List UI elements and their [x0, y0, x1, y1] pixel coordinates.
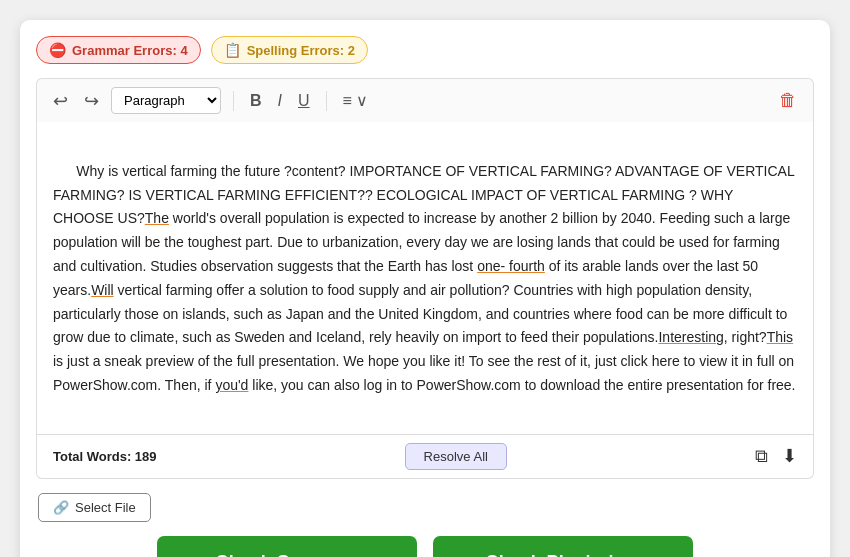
separator-2 — [326, 91, 327, 111]
spelling-badge-label: Spelling Errors: 2 — [247, 43, 355, 58]
select-file-area: 🔗 Select File — [36, 479, 814, 522]
grammar-badge-label: Grammar Errors: 4 — [72, 43, 188, 58]
error-badges: ⛔ Grammar Errors: 4 📋 Spelling Errors: 2 — [36, 36, 814, 64]
undo-button[interactable]: ↩ — [49, 88, 72, 114]
spelling-icon: 📋 — [224, 42, 241, 58]
content-middle3: , right? — [724, 329, 767, 345]
paragraph-select[interactable]: Paragraph — [111, 87, 221, 114]
separator-1 — [233, 91, 234, 111]
select-file-button[interactable]: 🔗 Select File — [38, 493, 151, 522]
grammar-badge[interactable]: ⛔ Grammar Errors: 4 — [36, 36, 201, 64]
content-end2: like, you can also log in to PowerShow.c… — [248, 377, 795, 393]
italic-button[interactable]: I — [274, 90, 286, 112]
the-word: The — [145, 210, 169, 226]
check-grammar-button[interactable]: Check Grammar — [157, 536, 417, 557]
resolve-all-button[interactable]: Resolve All — [405, 443, 507, 470]
interesting-word: Interesting — [658, 329, 723, 345]
bold-button[interactable]: B — [246, 90, 266, 112]
footer-icons: ⧉ ⬇ — [755, 445, 797, 467]
download-button[interactable]: ⬇ — [782, 445, 797, 467]
trash-button[interactable]: 🗑 — [775, 88, 801, 113]
redo-button[interactable]: ↪ — [80, 88, 103, 114]
check-plagiarism-button[interactable]: Check Plagiarism — [433, 536, 693, 557]
spelling-badge[interactable]: 📋 Spelling Errors: 2 — [211, 36, 368, 64]
this-word: This — [767, 329, 793, 345]
word-count: Total Words: 189 — [53, 449, 157, 464]
editor-area[interactable]: Why is vertical farming the future ?cont… — [36, 122, 814, 435]
one-fourth-word: one- fourth — [477, 258, 545, 274]
select-file-label: Select File — [75, 500, 136, 515]
download-icon: ⬇ — [782, 446, 797, 466]
editor-footer: Total Words: 189 Resolve All ⧉ ⬇ — [36, 435, 814, 479]
copy-button[interactable]: ⧉ — [755, 446, 768, 467]
underline-button[interactable]: U — [294, 90, 314, 112]
editor-text: Why is vertical farming the future ?cont… — [53, 136, 797, 422]
copy-icon: ⧉ — [755, 446, 768, 466]
link-icon: 🔗 — [53, 500, 69, 515]
action-buttons: Check Grammar Check Plagiarism — [36, 536, 814, 557]
youd-word: you'd — [215, 377, 248, 393]
will-word: Will — [91, 282, 114, 298]
grammar-icon: ⛔ — [49, 42, 66, 58]
editor-toolbar: ↩ ↪ Paragraph B I U ≡ ∨ 🗑 — [36, 78, 814, 122]
align-button[interactable]: ≡ ∨ — [339, 89, 373, 112]
main-container: ⛔ Grammar Errors: 4 📋 Spelling Errors: 2… — [20, 20, 830, 557]
